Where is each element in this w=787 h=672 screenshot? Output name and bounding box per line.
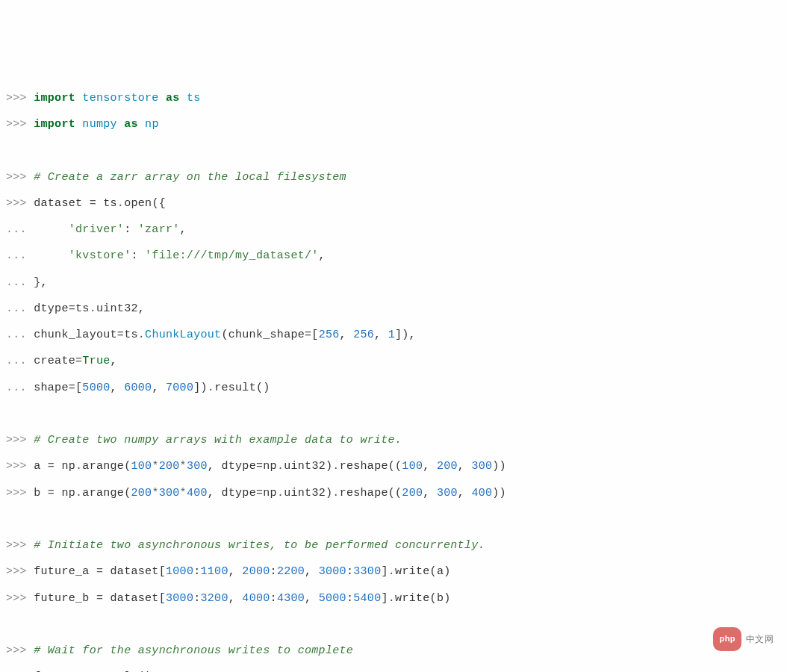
code-line: >>> b = np.arange(200*300*400, dtype=np.… [6, 480, 781, 506]
token: . [117, 197, 124, 210]
token: . [75, 460, 82, 473]
token: )) [492, 460, 506, 473]
token: }, [34, 276, 48, 289]
prompt-primary: >>> [6, 171, 34, 184]
token: write [395, 565, 430, 578]
token [34, 223, 69, 236]
token: 5400 [353, 592, 381, 605]
token: , [208, 460, 222, 473]
token: 5000 [82, 382, 110, 394]
token: , [111, 355, 117, 367]
prompt-primary: >>> [6, 565, 34, 578]
token: chunk_shape [228, 329, 305, 341]
token: . [332, 460, 339, 473]
token: shape [34, 382, 69, 394]
token: future_a [34, 565, 96, 578]
token: chunk_layout [34, 329, 117, 341]
token: np [55, 487, 75, 500]
token: 200 [402, 487, 423, 500]
token: . [90, 302, 96, 315]
token: 300 [159, 487, 180, 500]
token: : [124, 223, 138, 236]
token: reshape [340, 460, 388, 473]
token: , [228, 565, 243, 578]
token: (( [388, 460, 402, 473]
token: 'file:///tmp/my_dataset/' [145, 249, 319, 262]
token [34, 249, 69, 262]
token: # Initiate two asynchronous writes, to b… [34, 539, 485, 552]
token: : [193, 592, 200, 605]
token: ( [430, 592, 437, 605]
token: open [124, 197, 152, 210]
token: dataset [103, 565, 158, 578]
token: : [346, 565, 353, 578]
token: 'zarr' [138, 223, 180, 236]
code-line [6, 506, 781, 532]
token: ChunkLayout [145, 329, 221, 341]
token: create [34, 355, 75, 367]
token: = [96, 565, 103, 578]
token: . [388, 565, 395, 578]
token: [ [159, 592, 166, 605]
token: dataset [34, 197, 89, 210]
token [180, 92, 187, 105]
token: np [263, 487, 277, 500]
token: reshape [340, 487, 388, 500]
token: * [180, 487, 187, 500]
token: 3200 [201, 592, 228, 605]
code-block: >>> import tensorstore as ts>>> import n… [6, 85, 781, 672]
code-line [6, 401, 781, 427]
token: ts [187, 92, 201, 105]
token: np [145, 118, 159, 131]
token: ] [381, 592, 388, 605]
token: arange [82, 460, 124, 473]
prompt-primary: >>> [6, 644, 34, 657]
token: = [90, 197, 96, 210]
token: dtype [221, 487, 256, 500]
token: 2200 [277, 565, 305, 578]
code-line: >>> # Initiate two asynchronous writes, … [6, 532, 781, 559]
code-line: >>> a = np.arange(100*200*300, dtype=np.… [6, 453, 781, 479]
code-line: ... }, [6, 270, 781, 296]
token: : [131, 249, 145, 262]
code-line: ... 'driver': 'zarr', [6, 217, 781, 243]
prompt-primary: >>> [6, 487, 34, 500]
token: , [152, 382, 166, 394]
token: ts [96, 197, 117, 210]
token: , [319, 249, 326, 262]
token: a [34, 460, 48, 473]
prompt-primary: >>> [6, 592, 34, 605]
token: 1 [388, 329, 395, 341]
token: , [458, 487, 472, 500]
token [159, 92, 166, 105]
token: arange [82, 487, 124, 500]
token: 'kvstore' [69, 249, 131, 262]
token: , [111, 382, 125, 394]
prompt-primary: >>> [6, 118, 34, 131]
token: dtype [34, 302, 69, 315]
token: # Wait for the asynchronous writes to co… [34, 644, 353, 657]
code-line: >>> # Wait for the asynchronous writes t… [6, 638, 781, 664]
token: 200 [437, 460, 458, 473]
token: as [124, 118, 138, 131]
token: ) [326, 487, 332, 500]
token: , [423, 487, 437, 500]
token: import [34, 118, 75, 131]
prompt-continuation: ... [6, 276, 34, 289]
token [117, 118, 124, 131]
token: : [270, 565, 277, 578]
token: # Create a zarr array on the local files… [34, 171, 346, 184]
prompt-continuation: ... [6, 223, 34, 236]
token: dataset [103, 592, 158, 605]
token: b [34, 487, 48, 500]
token: () [256, 382, 270, 394]
prompt-primary: >>> [6, 434, 34, 447]
token: 5000 [319, 592, 346, 605]
token: b [437, 592, 444, 605]
token: as [166, 92, 180, 105]
token: . [388, 592, 395, 605]
code-line: >>> # Create a zarr array on the local f… [6, 164, 781, 190]
token: . [277, 487, 284, 500]
code-line: >>> future_b = dataset[3000:3200, 4000:4… [6, 585, 781, 612]
token: # Create two numpy arrays with example d… [34, 434, 402, 447]
